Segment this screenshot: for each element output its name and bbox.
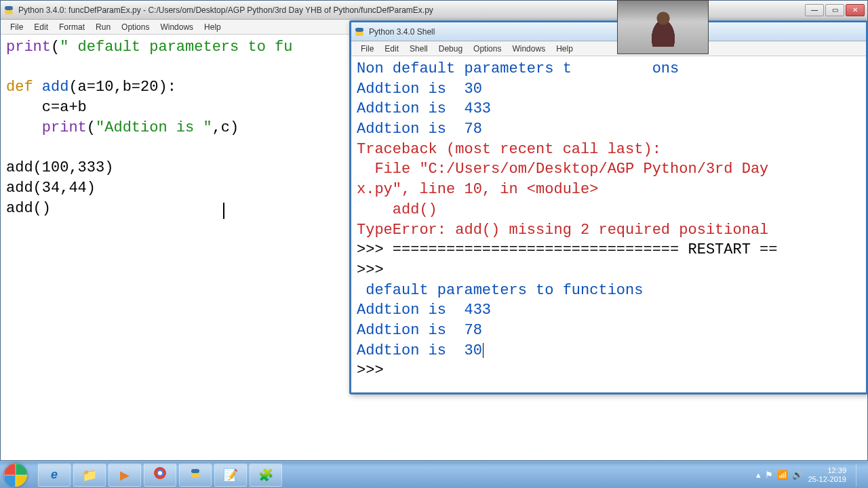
taskbar-media[interactable]: ▶ <box>108 464 141 487</box>
shell-line: Non default parameters t ons <box>357 60 679 77</box>
tray-up-icon[interactable]: ▴ <box>756 470 761 480</box>
maximize-button[interactable]: ▭ <box>825 4 844 16</box>
text-cursor <box>223 203 224 219</box>
shell-titlebar[interactable]: Python 3.4.0 Shell <box>351 22 866 41</box>
shell-line: Addtion is 30 <box>357 342 482 359</box>
svg-rect-1 <box>5 10 13 14</box>
shell-line: File "C:/Users/om/Desktop/AGP Python/3rd… <box>357 161 768 178</box>
shell-line: Addtion is 78 <box>357 121 482 138</box>
menu-file[interactable]: File <box>355 43 379 55</box>
svg-rect-3 <box>355 32 363 36</box>
taskbar-chrome[interactable] <box>144 464 176 487</box>
taskbar-idle-editor[interactable] <box>179 464 212 487</box>
menu-edit[interactable]: Edit <box>28 21 54 33</box>
minimize-button[interactable]: — <box>805 4 824 16</box>
svg-rect-0 <box>5 6 13 10</box>
shell-area[interactable]: Non default parameters t ons Addtion is … <box>351 56 866 392</box>
svg-rect-8 <box>191 473 199 477</box>
code-token <box>6 119 42 136</box>
menu-windows[interactable]: Windows <box>155 21 199 33</box>
show-desktop-button[interactable] <box>856 464 863 487</box>
webcam-person <box>643 6 684 47</box>
menu-windows[interactable]: Windows <box>507 43 551 55</box>
shell-title: Python 3.4.0 Shell <box>369 27 863 37</box>
network-icon[interactable]: 📶 <box>777 470 788 480</box>
shell-line: Traceback (most recent call last): <box>357 141 661 158</box>
taskbar-app[interactable]: 🧩 <box>250 464 282 487</box>
menu-help[interactable]: Help <box>551 43 578 55</box>
code-token: print <box>6 39 51 56</box>
shell-line: Addtion is 30 <box>357 81 482 98</box>
taskbar-clock[interactable]: 12:39 25-12-2019 <box>808 466 846 483</box>
taskbar: e 📁 ▶ 📝 🧩 ▴ ⚑ 📶 🔊 12:39 25-12-2019 <box>0 461 868 488</box>
shell-cursor <box>483 343 484 358</box>
menu-options[interactable]: Options <box>468 43 507 55</box>
taskbar-explorer[interactable]: 📁 <box>73 464 106 487</box>
volume-icon[interactable]: 🔊 <box>792 470 803 480</box>
taskbar-ie[interactable]: e <box>38 464 71 487</box>
editor-window-buttons: — ▭ ✕ <box>805 4 865 16</box>
menu-debug[interactable]: Debug <box>433 43 468 55</box>
menu-file[interactable]: File <box>5 21 28 33</box>
python-icon <box>190 468 201 482</box>
code-token: ): <box>158 79 176 96</box>
webcam-overlay <box>617 0 709 54</box>
python-icon <box>3 5 14 16</box>
shell-prompt: >>> <box>357 362 393 379</box>
chrome-icon <box>153 466 167 483</box>
shell-line: Addtion is 433 <box>357 302 491 319</box>
code-line: c=a+b <box>6 99 87 116</box>
ie-icon: e <box>51 468 58 482</box>
menu-shell[interactable]: Shell <box>404 43 433 55</box>
editor-titlebar[interactable]: Python 3.4.0: funcDefParamEx.py - C:/Use… <box>1 1 867 20</box>
shell-line: add() <box>357 201 437 218</box>
code-token: print <box>42 119 87 136</box>
code-token: ( <box>51 39 60 56</box>
code-token: ,b= <box>113 79 140 96</box>
shell-line: Addtion is 433 <box>357 100 491 117</box>
start-button[interactable] <box>0 462 31 489</box>
code-token: add <box>42 79 69 96</box>
code-token: (a= <box>68 79 96 96</box>
shell-prompt: >>> <box>357 262 393 279</box>
clock-date: 25-12-2019 <box>808 475 846 484</box>
taskbar-items: e 📁 ▶ 📝 🧩 <box>38 464 282 487</box>
shell-line: TypeError: add() missing 2 required posi… <box>357 222 768 239</box>
shell-line: x.py", line 10, in <module> <box>357 181 598 198</box>
shell-menubar: File Edit Shell Debug Options Windows He… <box>351 41 866 56</box>
flag-icon[interactable]: ⚑ <box>765 470 773 480</box>
close-button[interactable]: ✕ <box>846 4 865 16</box>
svg-rect-2 <box>355 28 363 32</box>
shell-line: default parameters to functions <box>357 282 643 299</box>
code-token: 10 <box>96 79 113 96</box>
code-token: "Addtion is " <box>96 119 212 136</box>
code-line: add(34,44) <box>6 180 96 197</box>
notes-icon: 📝 <box>223 468 238 483</box>
shell-line: Addtion is 78 <box>357 322 482 339</box>
code-token: ,c) <box>212 119 239 136</box>
svg-rect-7 <box>191 469 199 473</box>
tray-icons: ▴ ⚑ 📶 🔊 <box>756 470 803 480</box>
code-token: def <box>6 79 42 96</box>
python-icon <box>354 26 365 37</box>
app-icon: 🧩 <box>258 468 273 483</box>
windows-logo-icon <box>4 464 27 487</box>
menu-options[interactable]: Options <box>116 21 155 33</box>
code-token: 20 <box>140 79 158 96</box>
svg-point-6 <box>158 471 162 475</box>
menu-help[interactable]: Help <box>199 21 226 33</box>
media-icon: ▶ <box>120 468 130 483</box>
clock-time: 12:39 <box>808 466 846 475</box>
shell-window: Python 3.4.0 Shell File Edit Shell Debug… <box>349 20 868 394</box>
folder-icon: 📁 <box>82 468 97 483</box>
code-token: ( <box>87 119 96 136</box>
shell-line: >>> ================================ RES… <box>357 241 778 258</box>
code-line: add(100,333) <box>6 159 113 176</box>
menu-format[interactable]: Format <box>54 21 90 33</box>
taskbar-notes[interactable]: 📝 <box>214 464 247 487</box>
menu-run[interactable]: Run <box>90 21 116 33</box>
code-token: " default parameters to fu <box>60 39 292 56</box>
code-line: add() <box>6 200 51 217</box>
system-tray: ▴ ⚑ 📶 🔊 12:39 25-12-2019 <box>751 462 868 489</box>
menu-edit[interactable]: Edit <box>379 43 404 55</box>
